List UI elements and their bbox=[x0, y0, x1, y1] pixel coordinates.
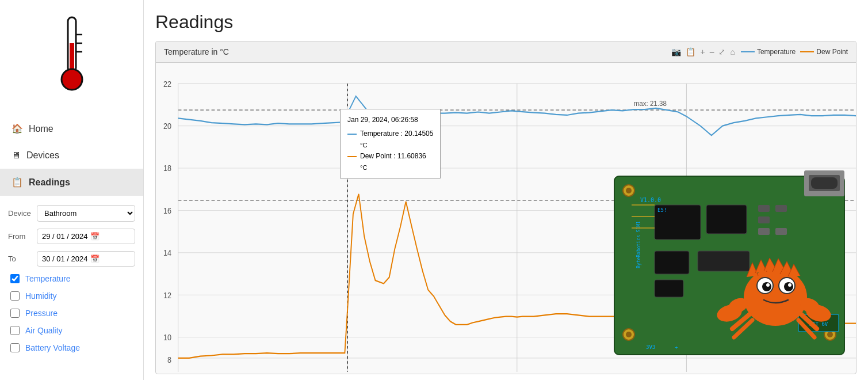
svg-rect-1 bbox=[70, 43, 74, 72]
legend-temp-line bbox=[741, 51, 755, 52]
expand-icon[interactable]: ⤢ bbox=[717, 46, 726, 58]
y-label-6: 6 bbox=[167, 371, 171, 372]
temperature-label: Temperature bbox=[25, 274, 71, 283]
battery-voltage-checkbox-row[interactable]: Battery Voltage bbox=[0, 339, 143, 356]
sidebar-item-home-label: Home bbox=[29, 124, 53, 134]
y-label-18: 18 bbox=[163, 164, 171, 173]
chart-container: Temperature in °C 📷 📋 + – ⤢ ⌂ Temperatur… bbox=[155, 41, 856, 374]
battery-voltage-label: Battery Voltage bbox=[25, 343, 80, 352]
from-filter-label: From bbox=[8, 232, 32, 241]
sidebar-item-devices-label: Devices bbox=[26, 150, 59, 161]
to-date-value: 30 / 01 / 2024 bbox=[42, 254, 88, 263]
camera-icon[interactable]: 📷 bbox=[670, 46, 682, 58]
chart-svg: 22 20 18 16 14 12 10 8 6 bbox=[156, 63, 856, 372]
chart-icons: 📷 📋 + – ⤢ ⌂ bbox=[670, 46, 736, 58]
chart-header: Temperature in °C 📷 📋 + – ⤢ ⌂ Temperatur… bbox=[156, 41, 856, 63]
pressure-checkbox[interactable] bbox=[10, 309, 20, 318]
legend-temperature: Temperature bbox=[741, 48, 796, 56]
from-date-input[interactable]: 29 / 01 / 2024 📅 bbox=[37, 229, 135, 244]
humidity-checkbox-row[interactable]: Humidity bbox=[0, 287, 143, 305]
air-quality-checkbox[interactable] bbox=[10, 326, 20, 335]
device-select[interactable]: Bathroom bbox=[37, 205, 135, 222]
battery-voltage-checkbox[interactable] bbox=[10, 343, 20, 352]
sidebar-item-devices[interactable]: 🖥 Devices bbox=[0, 142, 143, 169]
calendar-icon-from: 📅 bbox=[90, 232, 100, 241]
sidebar-item-readings-label: Readings bbox=[29, 177, 70, 188]
y-label-12: 12 bbox=[163, 291, 171, 300]
humidity-label: Humidity bbox=[25, 291, 56, 301]
y-label-16: 16 bbox=[163, 206, 171, 215]
sidebar-item-home[interactable]: 🏠 Home bbox=[0, 115, 143, 142]
thermometer-icon bbox=[49, 12, 95, 104]
pressure-checkbox-row[interactable]: Pressure bbox=[0, 305, 143, 322]
legend-temp-label: Temperature bbox=[757, 48, 796, 56]
to-date-input[interactable]: 30 / 01 / 2024 📅 bbox=[37, 251, 135, 267]
logo-area bbox=[0, 0, 143, 115]
devices-icon: 🖥 bbox=[12, 150, 21, 161]
min-label: min: 19.24 bbox=[701, 199, 732, 207]
chart-toolbar: 📷 📋 + – ⤢ ⌂ Temperature Dew Point bbox=[670, 46, 848, 58]
to-filter-row: To 30 / 01 / 2024 📅 bbox=[0, 248, 143, 270]
svg-point-2 bbox=[62, 69, 82, 90]
device-filter-label: Device bbox=[8, 209, 32, 218]
y-label-22: 22 bbox=[163, 79, 171, 89]
home-icon: 🏠 bbox=[12, 123, 23, 134]
temperature-checkbox-row[interactable]: Temperature bbox=[0, 270, 143, 287]
air-quality-checkbox-row[interactable]: Air Quality bbox=[0, 322, 143, 339]
pressure-label: Pressure bbox=[25, 309, 58, 318]
minus-icon[interactable]: – bbox=[709, 46, 716, 58]
readings-icon: 📋 bbox=[12, 177, 23, 188]
calendar-icon-to: 📅 bbox=[90, 254, 100, 263]
temperature-checkbox[interactable] bbox=[10, 274, 20, 283]
max-label: max: 21.38 bbox=[634, 99, 667, 108]
y-label-20: 20 bbox=[163, 121, 171, 131]
copy-icon[interactable]: 📋 bbox=[685, 46, 697, 58]
humidity-checkbox[interactable] bbox=[10, 291, 20, 301]
y-label-10: 10 bbox=[163, 333, 171, 342]
sidebar: 🏠 Home 🖥 Devices 📋 Readings Device Bathr… bbox=[0, 0, 144, 380]
home-reset-icon[interactable]: ⌂ bbox=[729, 46, 736, 58]
air-quality-label: Air Quality bbox=[25, 326, 63, 335]
readings-filters: Device Bathroom From 29 / 01 / 2024 📅 To… bbox=[0, 196, 143, 362]
device-filter-row: Device Bathroom bbox=[0, 202, 143, 225]
chart-title: Temperature in °C bbox=[164, 47, 229, 56]
plus-icon[interactable]: + bbox=[699, 46, 706, 58]
from-date-value: 29 / 01 / 2024 bbox=[42, 232, 88, 241]
chart-area: 22 20 18 16 14 12 10 8 6 bbox=[156, 63, 856, 372]
legend-dew-point: Dew Point bbox=[800, 48, 848, 56]
main-content: Readings Temperature in °C 📷 📋 + – ⤢ ⌂ T… bbox=[144, 0, 868, 380]
legend-dew-label: Dew Point bbox=[816, 48, 848, 56]
sidebar-nav: 🏠 Home 🖥 Devices 📋 Readings bbox=[0, 115, 143, 196]
sidebar-item-readings[interactable]: 📋 Readings bbox=[0, 169, 143, 196]
legend-dew-line bbox=[800, 51, 814, 52]
y-label-8: 8 bbox=[167, 355, 171, 364]
from-filter-row: From 29 / 01 / 2024 📅 bbox=[0, 225, 143, 248]
y-label-14: 14 bbox=[163, 249, 171, 258]
to-filter-label: To bbox=[8, 254, 32, 263]
page-title: Readings bbox=[155, 12, 856, 33]
